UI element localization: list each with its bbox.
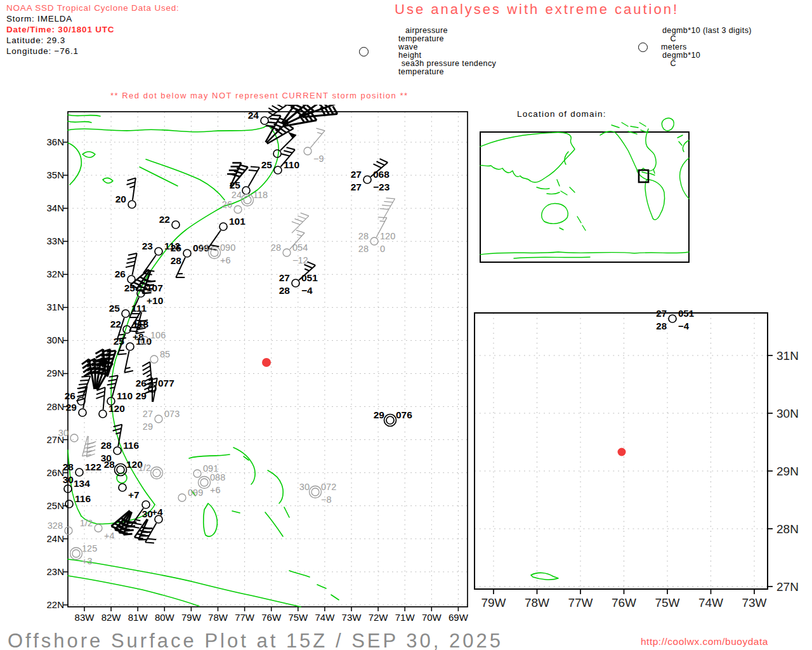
coastline	[68, 115, 100, 123]
longitude-line: Longitude: −76.1	[6, 46, 180, 56]
station-value: −4	[301, 285, 313, 296]
station-circle-icon	[359, 47, 369, 56]
station-plot: 26	[115, 253, 137, 283]
lat-axis-label: 31N	[776, 349, 799, 362]
station-value: 29	[143, 421, 153, 432]
station-value: −8	[321, 494, 332, 505]
lat-axis-label: 33N	[46, 235, 64, 246]
coastline	[600, 131, 637, 169]
station-value: 24	[232, 190, 242, 200]
station-value: 26	[222, 199, 232, 209]
storm-name-line: Storm: IMELDA	[6, 13, 180, 24]
station-plot: 85	[150, 349, 170, 363]
station-value: 118	[133, 319, 148, 329]
domain-map-grid: 31N30N29N28N27N79W78W77W76W75W74W73W	[475, 313, 799, 609]
lon-axis-label: 75W	[655, 596, 679, 609]
plot-title: Offshore Surface Plot at 15Z / SEP 30, 2…	[8, 630, 503, 650]
station-value: 122	[85, 461, 102, 472]
station-circle-icon	[638, 43, 648, 52]
legend-wave-height: wave height	[398, 43, 415, 60]
lat-axis-label: 35N	[46, 169, 64, 180]
station-value: 27	[351, 169, 362, 180]
station-value: +3	[82, 556, 93, 566]
station-value: 0	[380, 244, 385, 254]
lat-axis-label: 25N	[46, 500, 64, 511]
station-value: 25	[114, 336, 125, 347]
coastline	[268, 470, 283, 503]
lat-axis-label: 36N	[46, 136, 64, 147]
station-value: 110	[284, 159, 299, 170]
station-value: 28	[271, 242, 281, 253]
coastline	[233, 448, 255, 484]
coastline	[480, 132, 575, 182]
station-value: 116	[123, 440, 139, 451]
coastline	[68, 143, 81, 185]
station-value: 27	[351, 182, 362, 192]
units-legend: deg C mb*10 (last 3 digits) meters deg C…	[624, 27, 752, 68]
station-value: 068	[373, 169, 390, 180]
lon-axis-label: 79W	[181, 612, 202, 623]
coastline	[537, 187, 575, 195]
station-plot: 28120280	[358, 217, 395, 254]
coastline	[140, 159, 225, 200]
station-value: 28	[104, 459, 115, 470]
units-mb10: mb*10	[676, 51, 752, 68]
station-plot: 328	[48, 521, 72, 534]
station-plot: 30072−8	[299, 482, 336, 505]
lon-axis-label: 72W	[369, 612, 389, 623]
station-value: +4	[104, 531, 115, 541]
domain-box-marker	[639, 170, 648, 182]
station-value: 051	[301, 272, 318, 283]
storm-position-dot	[262, 358, 271, 367]
station-value: 088	[210, 472, 225, 482]
lon-axis-label: 74W	[698, 596, 723, 609]
coastline	[82, 152, 113, 183]
units-degc-bottom: deg C	[661, 51, 676, 68]
units-station-circle-wrap	[624, 27, 661, 68]
coastline	[557, 152, 568, 186]
station-value: 25	[109, 303, 121, 314]
station-value: 29	[136, 390, 147, 401]
station-value: −23	[373, 182, 390, 192]
coastline	[480, 252, 689, 258]
station-value: 106	[150, 330, 166, 340]
station-value: 120	[380, 231, 395, 241]
station-value: 20	[115, 194, 126, 204]
storm-position-dot	[618, 448, 626, 456]
station-value: +6	[210, 485, 221, 495]
station-value: +4	[152, 507, 163, 517]
station-value: 29	[374, 409, 385, 420]
lon-axis-label: 82W	[102, 612, 122, 623]
coastline	[204, 503, 218, 536]
wind-barb-cluster	[380, 198, 395, 220]
legend-pressure-tendency: 3h pressure tendency	[415, 60, 496, 76]
station-value: 29	[66, 402, 77, 413]
coastline	[531, 573, 558, 580]
station-value: 30	[63, 474, 74, 485]
offshore-surface-plot-page: { "header": { "line1": "NOAA SSD Tropica…	[0, 0, 812, 650]
station-value: 112	[164, 241, 180, 251]
station-plot: 2707329	[143, 409, 180, 432]
source-url-link[interactable]: http://coolwx.com/buoydata	[641, 636, 768, 647]
station-value: 1/2	[138, 463, 151, 473]
station-value: 22	[159, 214, 170, 225]
lon-axis-label: 81W	[128, 612, 148, 623]
domain-map-stations: 2705128−4	[618, 308, 695, 456]
station-value: 28	[63, 461, 74, 472]
station-value: 090	[220, 242, 235, 253]
station-value: 077	[158, 378, 174, 388]
station-value: 28	[656, 321, 667, 331]
lat-axis-label: 32N	[46, 269, 64, 279]
lon-axis-label: 73W	[742, 596, 766, 609]
lat-axis-label: 30N	[46, 335, 64, 345]
station-plot: 2705128−4	[656, 308, 694, 331]
station-value: −4	[678, 321, 690, 331]
station-value: 099	[188, 488, 203, 498]
station-value: 25	[124, 282, 136, 293]
inset-frame	[480, 132, 689, 262]
station-value: 110	[117, 390, 133, 401]
wind-barb-cluster	[292, 213, 309, 233]
station-value: 051	[678, 308, 694, 319]
red-dot-warning: ** Red dot below may NOT represent CURRE…	[110, 91, 409, 100]
lat-axis-label: 26N	[46, 467, 64, 478]
